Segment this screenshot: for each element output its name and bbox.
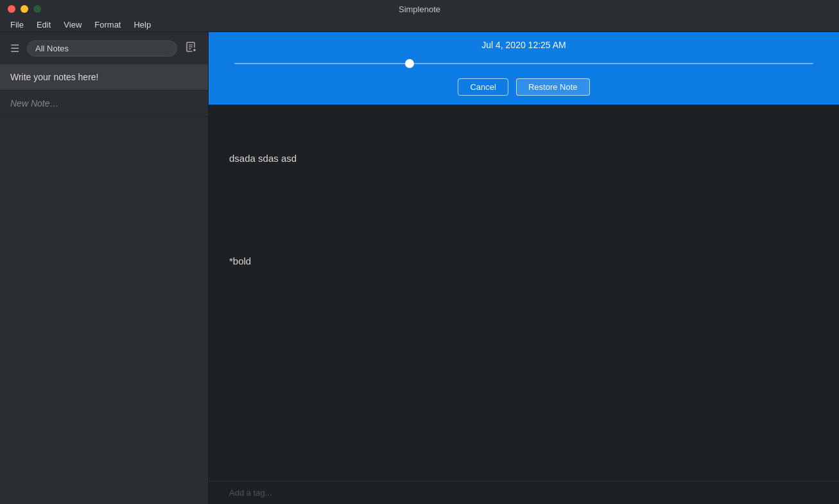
history-slider[interactable] [234,63,813,64]
sidebar-header: ☰ [0,32,208,64]
tag-placeholder: Add a tag... [229,488,272,498]
tag-bar: Add a tag... [209,481,839,504]
menu-format[interactable]: Format [89,19,126,31]
main-content: Jul 4, 2020 12:25 AM Cancel Restore Note… [209,32,839,504]
note-line [229,202,818,218]
menu-file[interactable]: File [5,19,29,31]
hamburger-icon[interactable]: ☰ [8,40,22,57]
traffic-lights [8,5,41,13]
restore-note-button[interactable]: Restore Note [516,78,590,96]
menu-help[interactable]: Help [128,19,156,31]
history-date: Jul 4, 2020 12:25 AM [481,32,566,55]
slider-container [221,55,826,67]
note-title: New Note… [10,98,198,109]
close-button[interactable] [8,5,15,13]
app-title: Simplenote [399,4,440,14]
history-actions: Cancel Restore Note [458,72,589,105]
history-bar: Jul 4, 2020 12:25 AM Cancel Restore Note [209,32,839,105]
search-input[interactable] [27,40,177,56]
note-list-item[interactable]: New Note… [0,91,208,117]
title-bar: Simplenote [0,0,839,18]
note-line: dsada sdas asd [229,151,818,166]
app-container: ☰ Write your notes here! New Note… [0,32,839,504]
note-text: dsada sdas asd *bold [229,120,818,305]
cancel-button[interactable]: Cancel [458,78,508,96]
sidebar: ☰ Write your notes here! New Note… [0,32,209,504]
maximize-button[interactable] [33,5,41,13]
note-content: dsada sdas asd *bold [209,105,839,481]
note-line: *bold [229,254,818,269]
note-list-item[interactable]: Write your notes here! [0,64,208,91]
menu-edit[interactable]: Edit [31,19,56,31]
minimize-button[interactable] [21,5,28,13]
note-title: Write your notes here! [10,72,198,82]
menu-bar: File Edit View Format Help [0,18,839,32]
menu-view[interactable]: View [58,19,87,31]
new-note-icon[interactable] [182,38,200,59]
